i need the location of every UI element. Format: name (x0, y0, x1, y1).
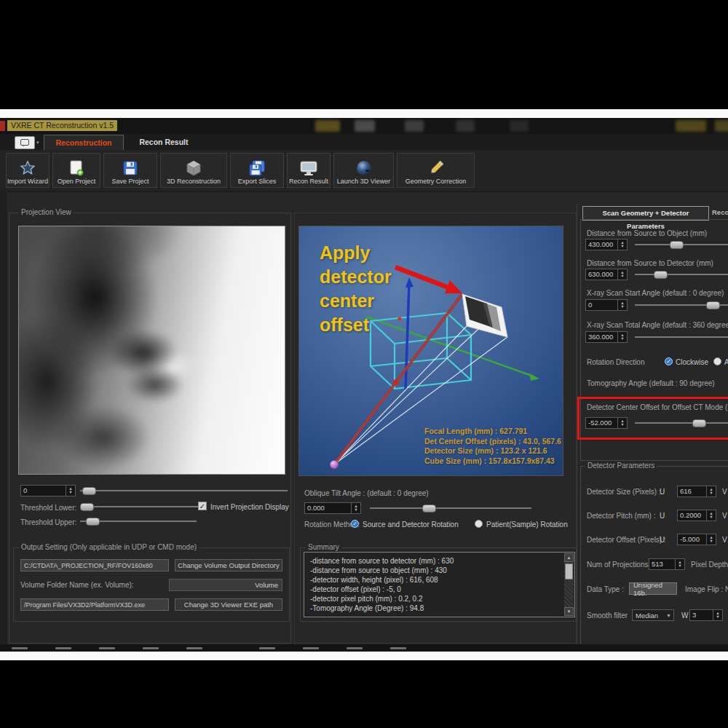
spinner-arrows-icon[interactable]: ▲▼ (706, 486, 716, 496)
open-project-button[interactable]: Open Project (52, 153, 100, 188)
source-detector-distance-spinner[interactable]: 630.000 ▲▼ (585, 269, 628, 280)
titlebar-ghost-icon (510, 120, 529, 132)
source-object-distance-slider[interactable] (635, 240, 728, 250)
summary-listbox[interactable]: -distance from source to detector (mm) :… (304, 552, 575, 617)
save-project-button[interactable]: Save Project (103, 153, 157, 188)
scroll-down-icon[interactable]: ▼ (564, 607, 574, 616)
launch-3d-viewer-button[interactable]: Launch 3D Viewer (333, 153, 394, 188)
stat-det-center-offset: Det Center Offset (pixels) : 43.0, 567.6 (424, 437, 561, 447)
threshold-lower-slider[interactable] (80, 502, 198, 512)
spinner-arrows-icon[interactable]: ▲▼ (706, 534, 716, 545)
window-bottom-edge (0, 644, 728, 652)
slider-knob[interactable] (670, 241, 684, 249)
floppy-disk-icon (122, 159, 139, 178)
scan-total-angle-slider[interactable] (635, 332, 728, 342)
double-floppy-icon (248, 159, 266, 178)
num-projections-label: Num of Projections (587, 561, 648, 569)
export-slices-button[interactable]: Export Slices (230, 153, 284, 188)
spinner-arrows-icon[interactable]: ▲▼ (617, 269, 627, 280)
tab-recon-result[interactable]: Recon Result (125, 135, 202, 150)
annotation-apply-offset: Apply detector center offset (320, 241, 407, 337)
spinner-arrows-icon[interactable]: ▲▼ (617, 240, 627, 250)
summary-line: -Tomography Angle (Degree) : 94.8 (310, 604, 454, 613)
detector-center-offset-slider[interactable] (635, 418, 728, 428)
num-projections-spinner[interactable]: 513 ▲▼ (649, 558, 685, 570)
scrollbar-thumb[interactable] (565, 563, 573, 579)
detector-size-label: Detector Size (Pixels) : (587, 488, 661, 496)
radio-anticlockwise[interactable] (713, 357, 721, 365)
summary-line: -distance from source to object (mm) : 4… (310, 566, 454, 575)
param-label: Distance from Source to Detector (mm) (587, 259, 713, 267)
threshold-lower-label: Threshold Lower: (20, 504, 76, 512)
change-viewer-exe-button[interactable]: Change 3D Viewer EXE path (175, 598, 282, 611)
projection-index-spinner[interactable]: 0 ▲▼ (20, 485, 76, 496)
spinner-arrows-icon[interactable]: ▲▼ (617, 418, 627, 428)
cube-icon (185, 159, 202, 178)
chevron-down-icon: ▼ (664, 613, 673, 618)
toolbar: Import Wizard Open Project Save Project … (0, 150, 728, 192)
scan-total-angle-spinner[interactable]: 360.000 ▲▼ (585, 331, 628, 343)
tab-reconstruction[interactable]: Reconstruction (44, 135, 124, 151)
detector-center-offset-spinner[interactable]: -52.000 ▲▼ (585, 417, 628, 429)
scan-start-angle-spinner[interactable]: 0 ▲▼ (585, 299, 628, 311)
spinner-arrows-icon[interactable]: ▲▼ (617, 300, 627, 310)
spinner-arrows-icon[interactable]: ▲▼ (675, 559, 684, 569)
import-wizard-button[interactable]: Import Wizard (6, 153, 50, 188)
radio-patient-label: Patient(Sample) Rotation (486, 521, 568, 529)
source-detector-distance-slider[interactable] (635, 269, 728, 280)
radio-source-detector-rotation[interactable]: ✓ (351, 520, 359, 528)
param-label: X-ray Scan Start Angle (default : 0 degr… (587, 289, 724, 297)
volume-folder-input[interactable]: Volume (169, 579, 282, 591)
xray-plate (18, 226, 285, 475)
source-object-distance-spinner[interactable]: 430.000 ▲▼ (585, 239, 628, 250)
top-white-strip (0, 109, 728, 118)
invert-projection-label: Invert Projection Display (210, 503, 289, 511)
detector-size-u-spinner[interactable]: 616 ▲▼ (677, 486, 716, 497)
data-type-value[interactable]: Unsigned 16b. (629, 582, 677, 595)
spinner-arrows-icon[interactable]: ▲▼ (713, 610, 722, 620)
scan-start-angle-slider[interactable] (635, 300, 728, 310)
slider-knob[interactable] (692, 419, 706, 427)
summary-line: -detector width, height (pixel) : 616, 6… (310, 575, 454, 585)
volume-output-path[interactable]: C:/CTDATA_PROJECTION_RF/FOV160x80 (20, 559, 169, 571)
chevron-down-icon[interactable]: ▾ (36, 140, 39, 146)
slider-knob[interactable] (86, 518, 100, 526)
spinner-arrows-icon[interactable]: ▲▼ (617, 332, 627, 342)
slider-knob[interactable] (706, 301, 720, 309)
output-setting-label: Output Setting (Only applicable in UDP o… (19, 543, 199, 551)
change-volume-dir-button[interactable]: Change Volume Output Directory (175, 559, 282, 571)
invert-projection-checkbox[interactable]: ✓ (198, 502, 207, 510)
slider-knob[interactable] (422, 505, 436, 513)
open-page-plus-icon (68, 159, 85, 178)
w-spinner[interactable]: 3 ▲▼ (689, 609, 723, 621)
slider-knob[interactable] (80, 503, 94, 511)
oblique-tilt-spinner[interactable]: 0.000 ▲▼ (304, 502, 361, 514)
tab-scan-geometry[interactable]: Scan Geometry + Detector Parameters (582, 206, 709, 221)
threshold-upper-slider[interactable] (80, 516, 197, 526)
summary-scrollbar[interactable]: ▲ ▼ (564, 553, 574, 616)
tab-recon[interactable]: Recon (712, 206, 728, 219)
viewer-exe-path[interactable]: /Program Files/VX3D2/PlatformVX3D.exe (20, 598, 169, 611)
slider-knob[interactable] (654, 271, 668, 279)
oblique-tilt-slider[interactable] (370, 503, 531, 513)
image-flip-label: Image Flip : N (685, 585, 728, 593)
projection-view-label: Projection View (19, 208, 74, 216)
smooth-filter-dropdown[interactable]: Median ▼ (632, 609, 674, 621)
3d-reconstruction-button[interactable]: 3D Reconstruction (160, 153, 227, 188)
summary-line: -detector pixel pitch (mm) : 0.2, 0.2 (310, 594, 454, 604)
spinner-arrows-icon[interactable]: ▲▼ (351, 503, 360, 513)
geometry-correction-button[interactable]: Geometry Correction (397, 153, 475, 188)
spinner-arrows-icon[interactable]: ▲▼ (706, 510, 716, 521)
radio-clockwise[interactable]: ✓ (665, 357, 673, 365)
spinner-arrows-icon[interactable]: ▲▼ (66, 486, 75, 496)
projection-index-slider[interactable] (80, 486, 288, 496)
annotation-button[interactable] (15, 136, 35, 149)
scroll-up-icon[interactable]: ▲ (564, 553, 574, 562)
3d-scene-view[interactable]: Apply detector center offset Focal Lengt… (298, 226, 563, 476)
slider-knob[interactable] (82, 487, 96, 495)
titlebar-ghost-icon (676, 120, 706, 132)
detector-offset-u-spinner[interactable]: -5.000 ▲▼ (677, 534, 716, 545)
radio-patient-rotation[interactable] (475, 520, 483, 528)
recon-result-button[interactable]: Recon Result (287, 153, 331, 188)
detector-pitch-u-spinner[interactable]: 0.2000 ▲▼ (677, 510, 716, 521)
